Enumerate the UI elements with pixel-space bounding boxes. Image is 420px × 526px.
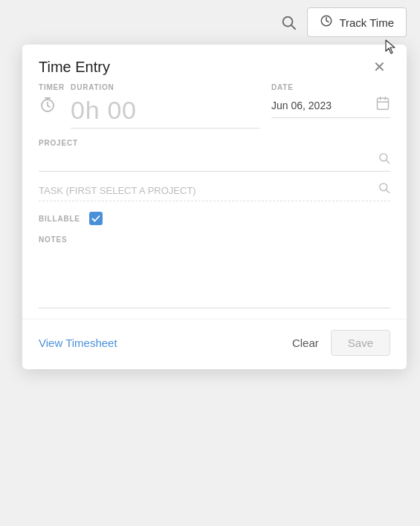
duration-label: DURATION <box>71 83 259 91</box>
project-search-icon[interactable] <box>378 152 390 167</box>
date-label: DATE <box>271 83 390 91</box>
notes-underline <box>39 308 390 308</box>
search-button[interactable] <box>276 10 301 35</box>
view-timesheet-button[interactable]: View Timesheet <box>39 337 117 349</box>
notes-row: NOTES <box>39 236 390 319</box>
duration-section: DURATION 0h 00 <box>71 83 259 129</box>
timer-label: TIMER <box>39 83 65 91</box>
search-icon <box>280 14 297 30</box>
project-input[interactable] <box>39 152 390 172</box>
duration-value[interactable]: 0h 00 <box>71 96 259 128</box>
top-bar: Track Time <box>0 0 420 45</box>
modal-body: TIMER DURATION 0h 00 <box>22 83 407 319</box>
billable-checkbox[interactable] <box>89 212 103 225</box>
close-button[interactable]: ✕ <box>369 58 390 76</box>
duration-field: 0h 00 <box>71 96 259 129</box>
stopwatch-icon[interactable] <box>39 96 56 118</box>
svg-line-12 <box>387 190 390 193</box>
svg-line-10 <box>387 160 390 163</box>
timer-icon <box>320 14 333 30</box>
footer-right: Clear Save <box>292 330 390 356</box>
task-search-icon[interactable] <box>378 181 390 197</box>
billable-label: BILLABLE <box>39 215 80 223</box>
svg-line-1 <box>292 25 296 29</box>
modal-footer: View Timesheet Clear Save <box>22 319 407 369</box>
svg-rect-5 <box>378 98 389 109</box>
timer-duration-col: TIMER DURATION 0h 00 <box>39 83 259 129</box>
project-field-row: PROJECT <box>39 139 390 172</box>
date-value[interactable]: Jun 06, 2023 <box>271 100 332 111</box>
modal-title: Time Entry <box>39 59 110 76</box>
project-label: PROJECT <box>39 139 390 147</box>
task-field-row <box>39 182 390 201</box>
date-col: DATE Jun 06, 2023 <box>271 83 390 118</box>
timer-duration-date-row: TIMER DURATION 0h 00 <box>39 83 390 129</box>
modal-header: Time Entry ✕ <box>22 45 407 83</box>
notes-label: NOTES <box>39 236 390 244</box>
calendar-icon[interactable] <box>375 96 390 114</box>
track-time-label: Track Time <box>339 16 394 29</box>
timer-section: TIMER <box>39 83 65 120</box>
time-entry-modal: Time Entry ✕ TIMER <box>22 45 407 369</box>
track-time-button[interactable]: Track Time <box>307 7 407 37</box>
notes-textarea[interactable] <box>39 248 390 308</box>
billable-row: BILLABLE <box>39 212 390 225</box>
save-button[interactable]: Save <box>331 330 390 356</box>
task-input[interactable] <box>39 182 390 201</box>
clear-button[interactable]: Clear <box>292 337 319 349</box>
